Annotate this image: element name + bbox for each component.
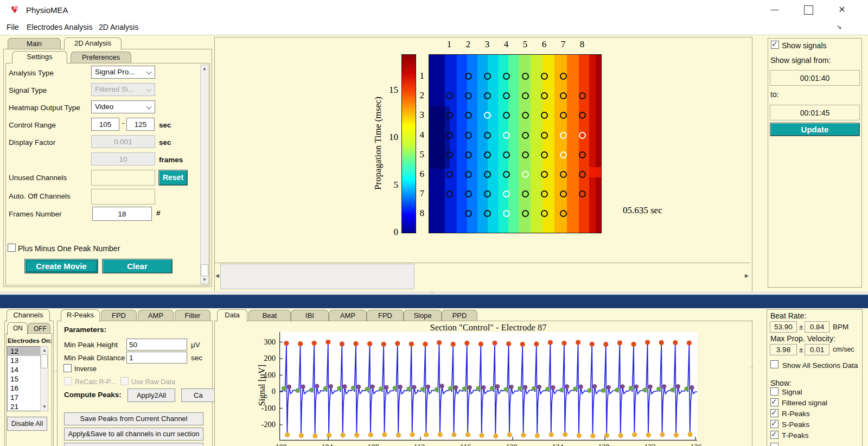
scroll-right-arrow-icon[interactable]: ▶ — [745, 273, 749, 278]
menu-2d-analysis[interactable]: 2D Analysis — [99, 23, 138, 31]
scroll-up-arrow-icon[interactable]: ▲ — [201, 65, 208, 73]
x-tick-label-cut: 136 — [688, 443, 704, 446]
left-panel-scroll-thumb[interactable] — [201, 264, 208, 276]
signal-from-input[interactable] — [770, 70, 860, 86]
partial-button-clipped[interactable] — [64, 443, 203, 446]
close-button[interactable]: ✕ — [831, 4, 853, 15]
show-t-peaks-checkbox[interactable] — [770, 431, 778, 439]
tab-beat-rate[interactable]: Beat Rate — [248, 310, 291, 321]
show-all-sections-checkbox[interactable] — [770, 360, 778, 368]
clear-button[interactable]: Clear — [102, 259, 173, 273]
electrode-marker — [522, 92, 529, 99]
tab-preferences[interactable]: Preferences — [71, 52, 131, 63]
ca-button-clipped[interactable]: Ca — [181, 388, 219, 402]
reset-button[interactable]: Reset — [158, 170, 188, 186]
heatmap-row-label: 7 — [413, 188, 424, 199]
update-button[interactable]: Update — [770, 123, 860, 136]
apply2all-button[interactable]: Apply2All — [127, 388, 175, 402]
minimize-button[interactable]: — — [764, 4, 786, 14]
frames-number-input[interactable] — [92, 207, 152, 221]
electrode-marker — [465, 112, 472, 119]
tab-amp-data[interactable]: AMP — [329, 310, 367, 321]
list-item-electrode[interactable]: 12 — [8, 347, 41, 356]
scroll-down-arrow-icon[interactable]: ▼ — [41, 403, 48, 411]
signal-to-input[interactable] — [770, 105, 860, 120]
t-peak-purple-dot — [495, 384, 500, 388]
plus-minus-one-peak-checkbox[interactable] — [8, 244, 16, 252]
list-item-electrode[interactable]: 16 — [8, 384, 41, 393]
list-item-electrode[interactable]: 14 — [8, 365, 41, 374]
list-item-electrode[interactable]: 15 — [8, 374, 41, 384]
list-item-electrode[interactable]: 21 — [8, 402, 41, 411]
show-item-label: Signal — [782, 388, 802, 396]
heatmap-scroll-thumb[interactable] — [220, 264, 414, 289]
electrode-marker — [465, 92, 472, 99]
electrodes-scroll-thumb[interactable] — [41, 354, 48, 368]
heatmap-output-type-label: Heatmap Output Type — [9, 104, 80, 112]
heatmap-col-label: 5 — [520, 39, 531, 50]
list-item-electrode[interactable]: 17 — [8, 393, 41, 402]
analysis-type-dropdown[interactable]: Signal Pro... — [91, 66, 155, 79]
show-all-sections-label: Show All Sections Data — [782, 361, 858, 369]
electrode-marker — [560, 92, 567, 99]
tab-settings[interactable]: Settings — [12, 51, 67, 63]
electrode-marker-white — [484, 112, 491, 119]
control-range-unit: sec — [159, 121, 171, 129]
tab-r-peaks[interactable]: R-Peaks — [61, 309, 100, 322]
list-item-electrode[interactable]: 13 — [8, 356, 41, 365]
tab-fpd-data[interactable]: FPD — [367, 310, 404, 321]
electrode-marker — [446, 132, 453, 139]
electrodes-listbox[interactable]: 12131415161721 — [7, 346, 41, 411]
partial-checkbox-clipped[interactable] — [770, 443, 778, 446]
tab-2d-analysis[interactable]: 2D Analysis — [64, 37, 122, 50]
electrode-marker — [503, 92, 510, 99]
scroll-down-arrow-icon[interactable]: ▼ — [201, 276, 208, 284]
t-peak-green-dot — [309, 388, 314, 392]
t-peak-purple-dot — [384, 385, 388, 390]
create-movie-button[interactable]: Create Movie — [24, 259, 98, 273]
tab-channels[interactable]: Channels — [7, 309, 50, 322]
apply-save-button[interactable]: Apply&Save to all channels in curr secti… — [64, 428, 203, 441]
tab-fpd[interactable]: FPD — [101, 310, 137, 321]
heatmap-plot[interactable] — [429, 54, 602, 233]
tab-ppd[interactable]: PPD — [442, 310, 477, 321]
tab-slope[interactable]: Slope — [404, 310, 442, 321]
tab-main[interactable]: Main — [8, 38, 61, 49]
left-panel-scrollbar[interactable] — [200, 65, 209, 284]
min-peak-height-input[interactable] — [126, 339, 187, 351]
dock-arrow-icon[interactable]: ➘ — [837, 23, 842, 31]
show-signals-checkbox[interactable] — [771, 41, 779, 49]
filtered-signal-line — [279, 342, 697, 436]
tab-electrodes-off[interactable]: OFF — [28, 323, 50, 334]
tab-ibi[interactable]: IBI — [291, 310, 329, 321]
signal-plot[interactable] — [279, 332, 697, 441]
show-signal-checkbox[interactable] — [770, 387, 778, 396]
tab-amp[interactable]: AMP — [138, 310, 174, 321]
tab-electrodes-on[interactable]: ON — [7, 322, 28, 335]
show-r-peaks-checkbox[interactable] — [770, 409, 778, 417]
disable-all-button[interactable]: Disable All — [7, 417, 47, 431]
menu-file[interactable]: File — [7, 23, 19, 31]
r-peak-dot — [561, 341, 566, 346]
menu-electrodes-analysis[interactable]: Electrodes Analysis — [27, 23, 92, 31]
scroll-left-arrow-icon[interactable]: ◀ — [215, 273, 219, 278]
t-peak-green-dot — [393, 386, 397, 390]
electrode-marker — [503, 151, 510, 158]
recalc-rpeaks-checkbox — [64, 377, 72, 385]
r-peak-dot — [520, 342, 525, 347]
auto-off-channels-input[interactable] — [91, 189, 155, 205]
min-peak-distance-input[interactable] — [126, 352, 187, 364]
tab-filter[interactable]: Filter — [175, 310, 210, 321]
heatmap-output-type-dropdown[interactable]: Video — [91, 100, 155, 113]
control-range-from-input[interactable] — [91, 118, 119, 131]
unused-channels-input[interactable] — [91, 170, 155, 186]
s-peak-dot — [368, 432, 373, 437]
inverse-checkbox[interactable] — [63, 364, 72, 372]
show-filtered-signal-checkbox[interactable] — [770, 398, 778, 406]
scroll-up-arrow-icon[interactable]: ▲ — [41, 347, 48, 354]
control-range-to-input[interactable] — [126, 118, 155, 131]
maximize-button[interactable] — [804, 5, 813, 15]
tab-data[interactable]: Data — [217, 309, 247, 322]
save-peaks-button[interactable]: Save Peaks from Current Channel — [64, 412, 203, 425]
show-s-peaks-checkbox[interactable] — [770, 420, 778, 428]
